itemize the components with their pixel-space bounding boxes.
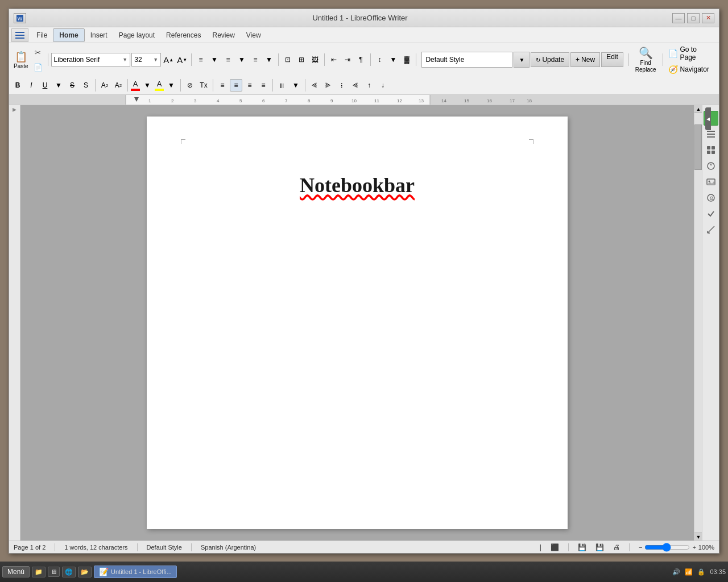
new-style-button[interactable]: + New: [570, 52, 600, 67]
start-button[interactable]: Menú: [2, 566, 30, 577]
sidebar-draw-icon[interactable]: [704, 222, 718, 237]
sidebar-functions-icon[interactable]: ⚙: [704, 190, 718, 205]
shading-button[interactable]: ▓: [400, 53, 413, 66]
menu-page-layout[interactable]: Page layout: [113, 29, 160, 41]
menu-insert[interactable]: Insert: [85, 29, 113, 41]
underline-dropdown[interactable]: ▼: [52, 79, 65, 92]
align-right-button[interactable]: ≡: [243, 79, 256, 92]
strikethrough-button[interactable]: S: [66, 79, 78, 92]
taskbar-terminal-icon[interactable]: 🖥: [48, 567, 60, 577]
italic-button[interactable]: I: [25, 79, 38, 92]
align-center-button[interactable]: ≡: [230, 79, 242, 92]
columns-button[interactable]: ⫼: [276, 79, 288, 92]
font-size-selector[interactable]: 32 ▼: [131, 53, 161, 66]
numbered-list-button[interactable]: ≡: [222, 53, 234, 66]
styles-dropdown[interactable]: Default Style: [421, 52, 512, 68]
vertical-scrollbar[interactable]: ▲ ▼: [694, 105, 702, 541]
para-spacing-below[interactable]: ↓: [377, 79, 389, 92]
menu-file[interactable]: File: [31, 29, 53, 41]
bold-button[interactable]: B: [11, 79, 24, 92]
cut-button[interactable]: ✂: [31, 45, 45, 59]
taskbar-files-icon[interactable]: 📁: [32, 567, 46, 577]
insert-image-button[interactable]: 🖼: [309, 53, 321, 66]
sidebar-collapse-button[interactable]: ◀: [705, 107, 711, 130]
scroll-down-button[interactable]: ▼: [694, 533, 702, 541]
zoom-decrease[interactable]: −: [639, 544, 642, 551]
scrollbar-thumb[interactable]: [694, 124, 702, 170]
taskbar-folder-icon[interactable]: 📂: [78, 567, 92, 577]
network-icon[interactable]: 🔊: [672, 568, 680, 576]
align-justify-button[interactable]: ≡: [257, 79, 270, 92]
clear-formatting-button[interactable]: ⊘: [184, 79, 196, 92]
menu-view[interactable]: View: [241, 29, 267, 41]
bullet-list-button[interactable]: ≡: [195, 53, 207, 66]
para-align-left[interactable]: ⫷: [308, 79, 321, 92]
bullet-list-dropdown[interactable]: ▼: [208, 53, 221, 66]
minimize-button[interactable]: —: [672, 13, 685, 23]
outline-list-dropdown[interactable]: ▼: [263, 53, 275, 66]
underline-button[interactable]: U: [39, 79, 51, 92]
sidebar-navigator-icon[interactable]: [704, 159, 718, 173]
font-selector[interactable]: Liberation Serif ▼: [51, 53, 131, 66]
align-left-button[interactable]: ≡: [216, 79, 229, 92]
menu-review[interactable]: Review: [206, 29, 240, 41]
sidebar-gallery-icon[interactable]: [704, 143, 718, 157]
copy-button[interactable]: 📄: [31, 60, 45, 74]
font-color-button[interactable]: A: [131, 80, 140, 91]
sidebar-toggle-button[interactable]: [11, 28, 28, 42]
page-content[interactable]: Notebookbar: [192, 173, 522, 197]
menu-references[interactable]: References: [160, 29, 206, 41]
highlight-dropdown[interactable]: ▼: [165, 79, 177, 92]
insert-table-button[interactable]: ⊞: [295, 53, 308, 66]
shadow-button[interactable]: S: [80, 79, 92, 92]
volume-icon[interactable]: 📶: [685, 568, 693, 576]
line-spacing-dropdown[interactable]: ▼: [387, 53, 399, 66]
superscript-button[interactable]: A2: [112, 79, 125, 92]
indent-decrease-button[interactable]: ⇤: [328, 53, 340, 66]
sidebar-check-icon[interactable]: [704, 206, 718, 221]
find-replace-label: Find Replace: [635, 60, 656, 73]
outline-list-button[interactable]: ≡: [249, 53, 262, 66]
cursor-position-icon[interactable]: |: [540, 543, 541, 551]
highlight-button[interactable]: A: [155, 80, 164, 91]
taskbar-browser-icon[interactable]: 🌐: [62, 567, 76, 577]
insert-textbox-button[interactable]: ⊡: [282, 53, 294, 66]
edit-style-button[interactable]: Edit: [601, 52, 623, 67]
font-color-dropdown[interactable]: ▼: [141, 79, 154, 92]
para-align-right[interactable]: ⫶: [336, 79, 348, 92]
columns-dropdown[interactable]: ▼: [289, 79, 302, 92]
document-area[interactable]: Notebookbar: [20, 105, 694, 541]
print-icon[interactable]: 🖨: [613, 543, 620, 551]
scroll-up-button[interactable]: ▲: [694, 105, 702, 113]
grow-font-button[interactable]: A▲: [162, 53, 175, 66]
save-as-icon[interactable]: 💾: [595, 543, 604, 551]
indent-increase-button[interactable]: ⇥: [341, 53, 354, 66]
close-button[interactable]: ✕: [702, 13, 714, 23]
numbered-list-dropdown[interactable]: ▼: [235, 53, 248, 66]
styles-dropdown-arrow[interactable]: ▼: [514, 52, 530, 68]
go-to-page-button[interactable]: 📄 Go to Page: [666, 44, 717, 63]
taskbar-window-item[interactable]: 📝 Untitled 1 - LibreOffi...: [94, 566, 177, 578]
subscript-button[interactable]: A2: [98, 79, 111, 92]
zoom-slider[interactable]: [644, 543, 690, 552]
clear-direct-formatting-button[interactable]: Tx: [197, 79, 210, 92]
line-spacing-button[interactable]: ↕: [374, 53, 386, 66]
sidebar-image-icon[interactable]: [704, 174, 718, 189]
security-icon[interactable]: 🔒: [697, 568, 705, 576]
para-spacing-above[interactable]: ↑: [363, 79, 375, 92]
para-align-justify[interactable]: ⫷: [349, 79, 362, 92]
navigator-button[interactable]: 🧭 Navigator: [666, 64, 717, 75]
menu-home[interactable]: Home: [53, 28, 84, 42]
shrink-font-button[interactable]: A▼: [176, 53, 188, 66]
formatting-marks-button[interactable]: ¶: [355, 53, 367, 66]
update-style-button[interactable]: ↻ Update: [531, 52, 569, 67]
paste-button[interactable]: 📋 Paste: [11, 49, 31, 70]
find-replace-button[interactable]: 🔍 Find Replace: [632, 45, 660, 74]
para-align-center[interactable]: ⫸: [322, 79, 334, 92]
spell-check-icon[interactable]: ⬛: [551, 543, 559, 551]
svg-rect-3: [15, 35, 24, 36]
zoom-increase[interactable]: +: [692, 544, 696, 551]
save-icon[interactable]: 💾: [578, 543, 586, 551]
svg-text:10: 10: [351, 98, 357, 103]
maximize-button[interactable]: □: [687, 13, 700, 23]
